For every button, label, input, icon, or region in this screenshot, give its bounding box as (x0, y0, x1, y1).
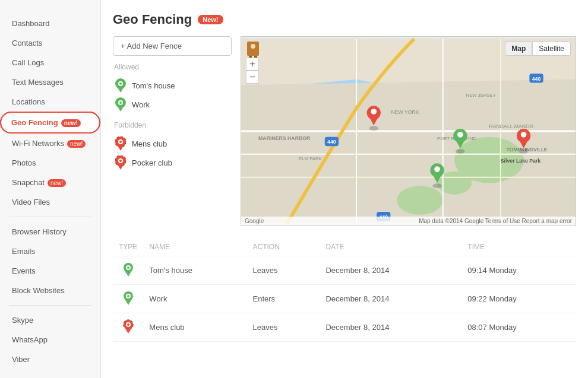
sidebar-item-emails[interactable]: Emails (0, 242, 100, 261)
svg-text:ELM PARK: ELM PARK (299, 156, 322, 161)
svg-point-70 (127, 295, 129, 297)
svg-point-54 (519, 149, 529, 154)
sidebar-item-viber[interactable]: Viber (0, 350, 100, 369)
map-zoom-controls: + − (246, 58, 259, 84)
allowed-fence-item[interactable]: Tom's house (113, 76, 232, 95)
fence-name: Mens club (132, 139, 167, 148)
svg-point-11 (119, 141, 122, 143)
svg-marker-68 (125, 299, 132, 305)
sidebar-item-browser-history[interactable]: Browser History (0, 222, 100, 242)
sidebar-item-snapchat[interactable]: Snapchatnew! (0, 173, 100, 192)
forbidden-fence-item[interactable]: Pocker club (113, 153, 232, 172)
table-row: Mens club Leaves December 8, 2014 08:07 … (113, 313, 576, 342)
add-fence-button[interactable]: + Add New Fence (113, 36, 232, 56)
name-cell: Tom's house (143, 256, 246, 285)
main-content: Geo Fencing New! + Add New Fence Allowed… (101, 0, 588, 378)
sidebar-item-label: Viber (12, 355, 30, 364)
allowed-section-label: Allowed (113, 63, 232, 71)
table-row: Tom's house Leaves December 8, 2014 09:1… (113, 256, 576, 285)
sidebar-divider (9, 305, 91, 306)
sidebar-item-locations[interactable]: Locations (0, 92, 100, 112)
allowed-pin-icon (114, 98, 127, 111)
svg-text:440: 440 (532, 76, 541, 82)
page-header: Geo Fencing New! (113, 12, 576, 27)
forbidden-pin-icon (114, 137, 127, 150)
sidebar-item-label: Contacts (12, 39, 42, 47)
content-area: + Add New Fence Allowed Tom's house (113, 36, 576, 226)
svg-text:NEW JERSEY: NEW JERSEY (466, 93, 496, 98)
google-label: Google (245, 218, 264, 224)
zoom-in-button[interactable]: + (246, 58, 259, 71)
activity-table: TYPE NAME ACTION DATE TIME Tom's house L… (113, 238, 576, 342)
allowed-pin-icon (114, 79, 127, 92)
sidebar-item-geo-fencing[interactable]: Geo Fencingnew! (0, 112, 100, 134)
sidebar-item-label: WhatsApp (12, 335, 48, 344)
sidebar-item-label: Dashboard (12, 19, 50, 28)
map-controls: Map Satellite (505, 42, 571, 56)
sidebar-item-contacts[interactable]: Contacts (0, 33, 100, 53)
sidebar-badge-wifi-networks: new! (67, 140, 86, 148)
sidebar-item-label: Photos (12, 158, 36, 167)
map-container: 440 440 440 MARINERS HARBOR ELM PARK POR… (241, 36, 576, 226)
sidebar-item-label: Wi-Fi Networks (12, 139, 64, 148)
fence-name: Tom's house (132, 81, 175, 90)
table-body: Tom's house Leaves December 8, 2014 09:1… (113, 256, 576, 342)
allowed-fences-list: Tom's house Work (113, 76, 232, 114)
action-cell: Leaves (247, 256, 320, 285)
sidebar-item-wifi-networks[interactable]: Wi-Fi Networksnew! (0, 134, 100, 153)
svg-marker-64 (125, 271, 132, 277)
name-cell: Work (143, 285, 246, 313)
type-cell (113, 285, 143, 313)
map-view-button[interactable]: Map (505, 42, 532, 56)
sidebar-item-photos[interactable]: Photos (0, 153, 100, 173)
sidebar-item-call-logs[interactable]: Call Logs (0, 53, 100, 72)
page-title: Geo Fencing (113, 12, 192, 27)
sidebar-item-label: Geo Fencing (11, 118, 58, 127)
sidebar-item-skype[interactable]: Skype (0, 310, 100, 330)
sidebar-badge-geo-fencing: new! (61, 119, 81, 127)
svg-point-21 (397, 186, 443, 215)
svg-point-3 (119, 82, 122, 85)
sidebar-item-block-websites[interactable]: Block Websites (0, 281, 100, 300)
svg-marker-9 (117, 145, 124, 151)
sidebar: DashboardContactsCall LogsText MessagesL… (0, 0, 101, 378)
svg-text:RANDALL MANOR: RANDALL MANOR (489, 123, 533, 129)
sidebar-item-label: Skype (12, 316, 33, 325)
sidebar-divider (9, 217, 91, 217)
sidebar-item-whatsapp[interactable]: WhatsApp (0, 330, 100, 350)
col-name: NAME (143, 238, 246, 256)
date-cell: December 8, 2014 (320, 256, 461, 285)
action-cell: Leaves (247, 313, 320, 342)
svg-point-57 (521, 132, 527, 138)
zoom-out-button[interactable]: − (246, 71, 259, 84)
svg-point-66 (127, 266, 129, 269)
sidebar-item-dashboard[interactable]: Dashboard (0, 14, 100, 33)
sidebar-badge-snapchat: new! (48, 179, 66, 187)
allowed-fence-item[interactable]: Work (113, 95, 232, 114)
sidebar-item-text-messages[interactable]: Text Messages (0, 72, 100, 92)
sidebar-item-label: Locations (12, 97, 45, 106)
activity-table-container: TYPE NAME ACTION DATE TIME Tom's house L… (113, 238, 576, 342)
time-cell: 08:07 Monday (461, 313, 576, 342)
svg-marker-1 (117, 87, 124, 93)
table-header: TYPE NAME ACTION DATE TIME (113, 238, 576, 256)
svg-point-50 (432, 183, 442, 188)
fence-name: Work (132, 100, 150, 109)
date-cell: December 8, 2014 (320, 313, 461, 342)
date-cell: December 8, 2014 (320, 285, 461, 313)
type-cell (113, 256, 143, 285)
svg-point-49 (457, 132, 463, 138)
satellite-view-button[interactable]: Satellite (532, 42, 571, 56)
svg-point-15 (119, 160, 122, 162)
map-image: 440 440 440 MARINERS HARBOR ELM PARK POR… (241, 37, 576, 225)
fence-name: Pocker club (132, 158, 172, 167)
sidebar-item-events[interactable]: Events (0, 261, 100, 281)
svg-point-74 (127, 323, 129, 326)
svg-marker-5 (117, 106, 124, 112)
sidebar-item-label: Call Logs (12, 58, 44, 67)
left-panel: + Add New Fence Allowed Tom's house (113, 36, 232, 226)
forbidden-fence-item[interactable]: Mens club (113, 134, 232, 153)
col-type: TYPE (113, 238, 143, 256)
sidebar-item-video-files[interactable]: Video Files (0, 192, 100, 212)
sidebar-item-label: Block Websites (12, 286, 65, 295)
